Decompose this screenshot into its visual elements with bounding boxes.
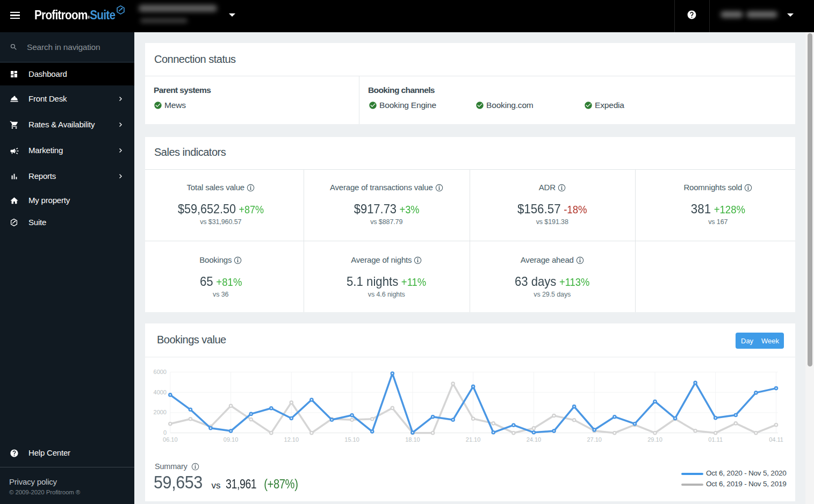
svg-text:09.10: 09.10 xyxy=(224,436,239,443)
svg-text:6000: 6000 xyxy=(154,369,167,375)
svg-text:15.10: 15.10 xyxy=(344,436,359,443)
svg-text:21.10: 21.10 xyxy=(466,436,481,443)
svg-text:06.10: 06.10 xyxy=(163,436,178,443)
svg-text:24.10: 24.10 xyxy=(527,436,542,443)
svg-text:18.10: 18.10 xyxy=(405,436,420,443)
svg-text:0: 0 xyxy=(163,429,167,436)
svg-text:29.10: 29.10 xyxy=(647,436,662,443)
svg-text:27.10: 27.10 xyxy=(587,436,602,443)
svg-text:2000: 2000 xyxy=(154,409,167,415)
svg-text:01.11: 01.11 xyxy=(708,436,723,443)
svg-text:4000: 4000 xyxy=(154,389,167,395)
svg-text:12.10: 12.10 xyxy=(284,436,299,443)
svg-text:04.11: 04.11 xyxy=(769,436,783,443)
